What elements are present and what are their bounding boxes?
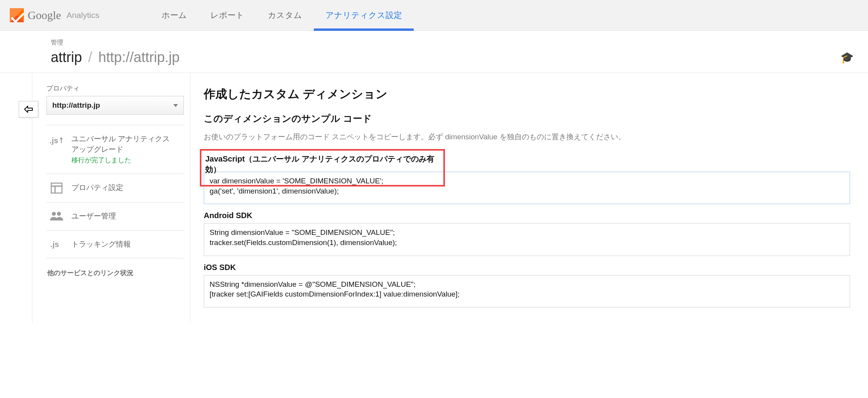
brand-google: Google (28, 9, 61, 22)
breadcrumb-account[interactable]: attrip (51, 49, 82, 65)
nav-custom-label: カスタム (268, 10, 302, 21)
topbar: Google Analytics ホーム レポート カスタム アナリティクス設定 (0, 0, 868, 31)
code-label-ios: iOS SDK (204, 263, 850, 272)
js-icon: .js (49, 239, 64, 249)
property-select[interactable]: http://attrip.jp (46, 96, 184, 115)
topnav: ホーム レポート カスタム アナリティクス設定 (150, 0, 414, 30)
sidebar-list: .js ユニバーサル アナリティクス アップグレード 移行が完了しました プロパ… (46, 125, 184, 258)
code-label-js: JavaScript（ユニバーサル アナリティクスのプロパティでのみ有効） (205, 154, 435, 175)
sidebar-item-user-management[interactable]: ユーザー管理 (46, 203, 184, 231)
brand[interactable]: Google Analytics (10, 8, 99, 22)
back-arrow-icon (24, 105, 33, 113)
code-box-android[interactable]: String dimensionValue = "SOME_DIMENSION_… (204, 223, 850, 256)
nav-custom[interactable]: カスタム (256, 0, 314, 30)
layout-icon (49, 183, 64, 194)
brand-analytics: Analytics (66, 11, 99, 20)
sidebar: プロパティ http://attrip.jp .js ユニバーサル アナリティク… (32, 73, 190, 323)
svg-text:.js: .js (50, 240, 59, 249)
code-box-ios[interactable]: NSString *dimensionValue = @"SOME_DIMENS… (204, 275, 850, 307)
sidebar-item-status: 移行が完了しました (71, 156, 170, 165)
sidebar-item-label: トラッキング情報 (71, 239, 131, 250)
nav-home[interactable]: ホーム (150, 0, 199, 30)
nav-admin-label: アナリティクス設定 (326, 10, 402, 21)
sidebar-item-ua-upgrade[interactable]: .js ユニバーサル アナリティクス アップグレード 移行が完了しました (46, 125, 184, 174)
sidebar-item-label: ユニバーサル アナリティクス アップグレード 移行が完了しました (71, 134, 170, 165)
breadcrumb-separator: / (88, 49, 92, 65)
svg-point-4 (52, 212, 56, 216)
breadcrumb-property[interactable]: http://attrip.jp (98, 49, 180, 65)
lead-text: お使いのプラットフォーム用のコード スニペットをコピーします。必ず dimens… (204, 132, 850, 142)
js-up-icon: .js (49, 134, 64, 146)
sidebar-item-property-settings[interactable]: プロパティ設定 (46, 174, 184, 203)
back-button[interactable] (19, 101, 38, 117)
chevron-down-icon (173, 104, 178, 107)
svg-point-5 (57, 212, 61, 216)
content: プロパティ http://attrip.jp .js ユニバーサル アナリティク… (0, 73, 868, 323)
admin-subheader: 管理 attrip / http://attrip.jp 🎓 (0, 31, 868, 73)
sidebar-group-other-links: 他のサービスとのリンク状況 (47, 268, 184, 277)
breadcrumb: attrip / http://attrip.jp (51, 49, 868, 66)
users-icon (49, 211, 64, 220)
svg-rect-1 (51, 183, 62, 193)
sidebar-item-tracking-info[interactable]: .js トラッキング情報 (46, 231, 184, 259)
property-select-value: http://attrip.jp (52, 101, 100, 110)
nav-reports[interactable]: レポート (199, 0, 256, 30)
graduation-cap-icon[interactable]: 🎓 (840, 51, 854, 64)
highlight-frame: JavaScript（ユニバーサル アナリティクスのプロパティでのみ有効） (200, 149, 445, 187)
sidebar-item-label: プロパティ設定 (71, 183, 123, 193)
analytics-logo-icon (10, 8, 24, 22)
svg-text:.js: .js (50, 136, 58, 145)
main: 作成したカスタム ディメンション このディメンションのサンプル コード お使いの… (190, 73, 868, 323)
page-title: 作成したカスタム ディメンション (204, 86, 850, 102)
admin-label: 管理 (51, 39, 868, 47)
code-label-android: Android SDK (204, 211, 850, 220)
nav-reports-label: レポート (210, 10, 244, 21)
nav-home-label: ホーム (162, 10, 187, 21)
sidebar-section-label: プロパティ (46, 84, 184, 93)
vertical-rail (0, 73, 32, 323)
nav-admin[interactable]: アナリティクス設定 (314, 0, 414, 30)
sidebar-item-label: ユーザー管理 (71, 211, 116, 222)
section-title-sample-code: このディメンションのサンプル コード (204, 112, 850, 125)
